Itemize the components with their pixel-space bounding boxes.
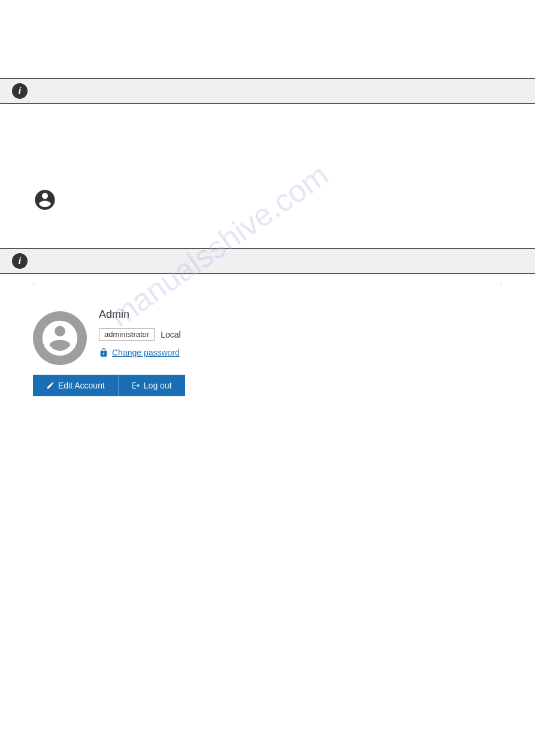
user-info: Admin administrator Local Change passwor… [99,308,181,357]
info-bar-1: i [0,78,535,104]
dot-left: · [33,279,35,287]
account-icon [33,188,57,212]
role-badge: administrator [99,328,155,341]
dot-right: · [500,279,502,287]
logout-icon [132,381,140,390]
logout-button[interactable]: Log out [118,375,185,396]
logout-label: Log out [144,381,172,390]
avatar-container [33,305,87,365]
account-icon-section [0,188,535,212]
lock-icon [99,348,108,357]
dots-row: · · [0,279,535,287]
edit-account-button[interactable]: Edit Account [33,375,118,396]
user-card-row: Admin administrator Local Change passwor… [33,305,273,365]
user-card: Admin administrator Local Change passwor… [33,305,273,396]
avatar [33,311,87,365]
role-type: Local [161,330,180,339]
user-role-row: administrator Local [99,328,181,341]
user-name: Admin [99,308,181,321]
info-bar-2: i [0,248,535,274]
change-password-label: Change password [112,348,180,357]
info-icon-2: i [12,253,28,269]
edit-account-label: Edit Account [58,381,105,390]
info-icon-1: i [12,83,28,99]
button-row: Edit Account Log out [33,375,273,396]
change-password-link[interactable]: Change password [99,348,181,357]
edit-icon [46,381,55,390]
